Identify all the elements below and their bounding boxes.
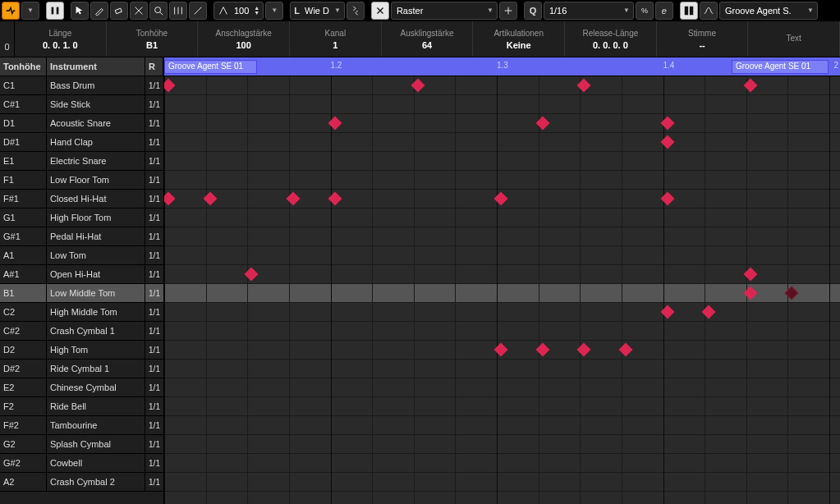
solo-editor-button[interactable] <box>2 2 20 20</box>
instrument-cell: Acoustic Snare <box>47 114 145 132</box>
iterative-quantize[interactable]: % <box>636 2 654 20</box>
drum-row[interactable]: E2Chinese Cymbal1/1 <box>0 378 163 397</box>
drum-row[interactable]: B1Low Middle Tom1/1 <box>0 284 163 303</box>
pointer-tool[interactable] <box>71 2 89 20</box>
grid-row[interactable] <box>164 133 840 152</box>
pitch-cell: A1 <box>0 246 47 264</box>
timewarp-tool[interactable] <box>169 2 187 20</box>
grid-row[interactable] <box>164 265 840 284</box>
drum-row[interactable]: A#1Open Hi-Hat1/1 <box>0 265 163 284</box>
grid-row[interactable] <box>164 246 840 265</box>
pitch-cell: F1 <box>0 171 47 189</box>
pitch-cell: C1 <box>0 76 47 94</box>
snap-toggle[interactable] <box>371 2 389 20</box>
drum-row[interactable]: G#2Cowbell1/1 <box>0 454 163 473</box>
drum-row[interactable]: G#1Pedal Hi-Hat1/1 <box>0 227 163 246</box>
length-mode-select[interactable]: L Wie D▼ <box>290 2 345 20</box>
drum-row[interactable]: F#1Closed Hi-Hat1/1 <box>0 190 163 208</box>
grid-row[interactable] <box>164 322 840 341</box>
drum-row[interactable]: F#2Tambourine1/1 <box>0 416 163 435</box>
svg-point-3 <box>155 7 161 12</box>
drum-row[interactable]: C#1Side Stick1/1 <box>0 95 163 114</box>
info-cell-anschlagstärke[interactable]: Anschlagstärke100 <box>198 21 290 57</box>
grid-row[interactable] <box>164 208 840 227</box>
pitch-cell: G#1 <box>0 227 47 245</box>
velocity-value[interactable]: 100 <box>232 6 250 16</box>
grid-row[interactable] <box>164 435 840 454</box>
drum-editor: Tonhöhe Instrument R C1Bass Drum1/1C#1Si… <box>0 57 840 504</box>
grid-row[interactable] <box>164 284 840 303</box>
grid-row[interactable] <box>164 473 840 492</box>
snap-grid-relative[interactable] <box>499 2 517 20</box>
info-cell-text[interactable]: Text <box>748 21 840 57</box>
part-clip-right[interactable]: Groove Agent SE 01 <box>732 60 829 74</box>
erase-tool[interactable] <box>110 2 128 20</box>
grid-row[interactable] <box>164 416 840 435</box>
info-cell-stimme[interactable]: Stimme-- <box>657 21 749 57</box>
line-tool[interactable] <box>189 2 207 20</box>
info-label: Text <box>787 34 801 43</box>
instrument-cell: Tambourine <box>47 416 145 434</box>
velocity-dropdown[interactable]: ▼ <box>265 2 283 20</box>
velocity-input-group[interactable]: 100 ▲▼ <box>213 2 264 20</box>
part-clip-left[interactable]: Groove Agent SE 01 <box>164 60 257 74</box>
toolbar-dropdown-1[interactable]: ▼ <box>21 2 39 20</box>
drum-row[interactable]: D#1Hand Clap1/1 <box>0 133 163 152</box>
pitch-cell: D#1 <box>0 133 47 151</box>
drum-row[interactable]: G1High Floor Tom1/1 <box>0 208 163 227</box>
drum-row[interactable]: C2High Middle Tom1/1 <box>0 303 163 322</box>
info-cell-ausklingstärke[interactable]: Ausklingstärke64 <box>382 21 474 57</box>
grid-row[interactable] <box>164 454 840 473</box>
col-resolution-header[interactable]: R <box>145 57 163 76</box>
link-button[interactable] <box>347 2 365 20</box>
quantize-settings[interactable]: e <box>655 2 673 20</box>
quantize-select[interactable]: 1/16 ▼ <box>544 2 634 20</box>
col-pitch-header[interactable]: Tonhöhe <box>0 57 47 76</box>
pitch-cell: C#2 <box>0 322 47 340</box>
length-mode-label: Wie D <box>303 6 331 16</box>
grid-row[interactable] <box>164 227 840 246</box>
track-selector[interactable]: Groove Agent S. ▼ <box>719 2 818 20</box>
note-grid[interactable]: Groove Agent SE 01 1.21.31.4 Groove Agen… <box>164 57 840 504</box>
zoom-tool[interactable] <box>149 2 168 20</box>
drum-row[interactable]: F1Low Floor Tom1/1 <box>0 171 163 190</box>
drum-row[interactable]: F2Ride Bell1/1 <box>0 397 163 416</box>
drum-row[interactable]: D2High Tom1/1 <box>0 341 163 360</box>
grid-row[interactable] <box>164 95 840 114</box>
drum-row[interactable]: A1Low Tom1/1 <box>0 246 163 265</box>
instrument-cell: High Middle Tom <box>47 303 145 321</box>
drum-row[interactable]: G2Splash Cymbal1/1 <box>0 435 163 454</box>
instrument-cell: High Tom <box>47 341 145 359</box>
grid-row[interactable] <box>164 171 840 190</box>
trim-tool[interactable] <box>130 2 148 20</box>
grid-row[interactable] <box>164 397 840 416</box>
info-cell-artikulationen[interactable]: ArtikulationenKeine <box>473 21 565 57</box>
time-ruler[interactable]: Groove Agent SE 01 1.21.31.4 Groove Agen… <box>164 57 840 76</box>
grid-row[interactable] <box>164 114 840 133</box>
info-cell-tonhöhe[interactable]: TonhöheB1 <box>107 21 199 57</box>
drum-row[interactable]: D#2Ride Cymbal 11/1 <box>0 360 163 378</box>
info-label: Tonhöhe <box>136 29 168 38</box>
resolution-cell: 1/1 <box>145 114 163 132</box>
drum-row[interactable]: C1Bass Drum1/1 <box>0 76 163 95</box>
draw-tool[interactable] <box>90 2 108 20</box>
grid-row[interactable] <box>164 378 840 397</box>
snap-mode-select[interactable]: Raster ▼ <box>391 2 498 20</box>
info-cell-länge[interactable]: Länge0. 0. 1. 0 <box>15 21 107 57</box>
quantize-apply[interactable]: Q <box>524 2 542 20</box>
info-cell-kanal[interactable]: Kanal1 <box>290 21 382 57</box>
drum-row[interactable]: D1Acoustic Snare1/1 <box>0 114 163 133</box>
grid-row[interactable] <box>164 303 840 322</box>
acoustic-feedback-button[interactable] <box>46 2 64 20</box>
col-instrument-header[interactable]: Instrument <box>47 57 145 76</box>
drum-row[interactable]: E1Electric Snare1/1 <box>0 152 163 171</box>
grid-row[interactable] <box>164 360 840 378</box>
drum-row[interactable]: C#2Crash Cymbal 11/1 <box>0 322 163 341</box>
grid-row[interactable] <box>164 76 840 95</box>
grid-row[interactable] <box>164 152 840 171</box>
info-label: Ausklingstärke <box>401 29 454 38</box>
event-colors-button[interactable] <box>680 2 698 20</box>
info-cell-release-länge[interactable]: Release-Länge0. 0. 0. 0 <box>565 21 657 57</box>
show-controllers-button[interactable] <box>700 2 718 20</box>
drum-row[interactable]: A2Crash Cymbal 21/1 <box>0 473 163 492</box>
